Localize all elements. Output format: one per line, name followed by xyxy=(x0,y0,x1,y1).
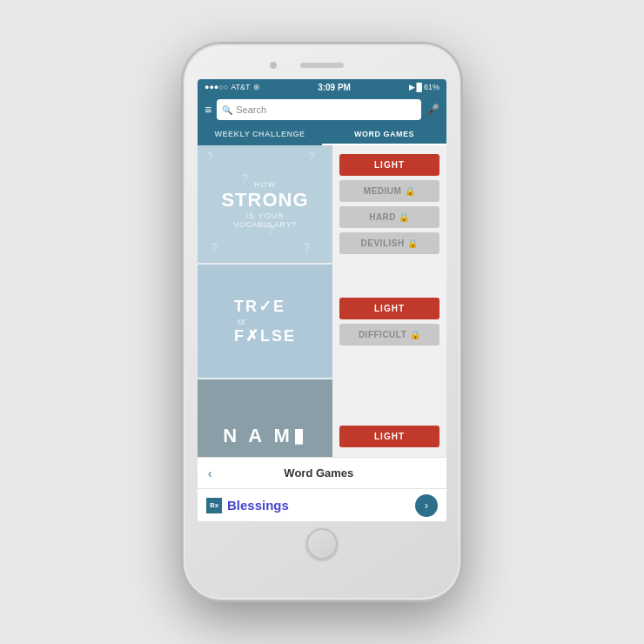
tof-false: F✗LSE xyxy=(234,326,296,345)
vocabulary-buttons: LIGHT MEDIUM 🔒 HARD 🔒 DEVILISH 🔒 xyxy=(332,145,446,263)
tab-weekly-challenge[interactable]: WEEKLY CHALLENGE xyxy=(198,124,322,145)
tab-word-games[interactable]: WORD GAMES xyxy=(322,124,446,145)
hamburger-menu[interactable]: ≡ xyxy=(205,103,211,117)
search-placeholder: Search xyxy=(236,104,266,115)
vocab-light-button[interactable]: LIGHT xyxy=(339,154,439,176)
vocabulary-image: ? ? ? ? ? ? HOW STRONG IS YOUR VOCABULAR… xyxy=(198,145,332,263)
game-card-name: N A M▮ LIGHT xyxy=(198,379,446,457)
name-text: N A M▮ xyxy=(223,425,307,447)
home-button[interactable] xyxy=(306,528,338,560)
search-icon: 🔍 xyxy=(222,105,232,115)
status-time: 3:09 PM xyxy=(318,83,351,92)
truefalse-image: TR✓E or F✗LSE xyxy=(198,265,332,378)
mic-icon[interactable]: 🎤 xyxy=(426,104,439,116)
vocab-how: HOW xyxy=(221,180,308,189)
battery-label: 61% xyxy=(424,83,439,91)
name-light-button[interactable]: LIGHT xyxy=(339,426,439,447)
name-buttons: LIGHT xyxy=(332,379,446,457)
content-area[interactable]: ? ? ? ? ? ? HOW STRONG IS YOUR VOCABULAR… xyxy=(198,145,446,457)
phone-bottom xyxy=(306,528,338,560)
phone-frame: ●●●○○ AT&T ⊛ 3:09 PM ▶ █ 61% ≡ 🔍 Search … xyxy=(183,44,461,600)
name-image: N A M▮ xyxy=(198,379,332,457)
game-card-truefalse: TR✓E or F✗LSE LIGHT DIFFICULT 🔒 xyxy=(198,265,446,378)
back-button[interactable]: ‹ xyxy=(208,466,212,480)
tabs-bar: WEEKLY CHALLENGE WORD GAMES xyxy=(198,124,446,145)
vocab-medium-button[interactable]: MEDIUM 🔒 xyxy=(339,180,439,202)
game-card-vocabulary: ? ? ? ? ? ? HOW STRONG IS YOUR VOCABULAR… xyxy=(198,145,446,263)
ad-arrow[interactable]: › xyxy=(415,494,438,517)
bottom-nav: ‹ Word Games xyxy=(198,457,446,488)
tof-true: TR✓E xyxy=(234,297,296,316)
status-left: ●●●○○ AT&T ⊛ xyxy=(205,83,260,91)
signal-icon: █ xyxy=(417,83,422,91)
status-right: ▶ █ 61% xyxy=(409,83,439,91)
nav-bar: ≡ 🔍 Search 🎤 xyxy=(198,95,446,124)
phone-screen: ●●●○○ AT&T ⊛ 3:09 PM ▶ █ 61% ≡ 🔍 Search … xyxy=(198,79,446,521)
signal-dots: ●●●○○ xyxy=(205,83,228,91)
truefalse-light-button[interactable]: LIGHT xyxy=(339,298,439,319)
wifi-icon: ⊛ xyxy=(253,83,260,91)
search-box[interactable]: 🔍 Search xyxy=(217,99,421,120)
phone-camera xyxy=(270,62,277,69)
bottom-nav-title: Word Games xyxy=(219,466,419,480)
ad-icon: Bx xyxy=(206,498,222,513)
truefalse-buttons: LIGHT DIFFICULT 🔒 xyxy=(332,265,446,378)
carrier-label: AT&T xyxy=(231,83,250,91)
ad-text: Blessings xyxy=(227,498,415,513)
vocab-vocab: VOCABULARY? xyxy=(221,220,308,229)
truefalse-text: TR✓E or F✗LSE xyxy=(234,297,296,345)
tof-or: or xyxy=(238,316,296,326)
vocab-strong: STRONG xyxy=(221,189,308,211)
phone-speaker xyxy=(300,63,344,68)
location-icon: ▶ xyxy=(409,83,415,91)
vocab-is: IS YOUR xyxy=(221,211,308,220)
status-bar: ●●●○○ AT&T ⊛ 3:09 PM ▶ █ 61% xyxy=(198,79,446,95)
vocabulary-text: HOW STRONG IS YOUR VOCABULARY? xyxy=(221,180,308,229)
truefalse-difficult-button[interactable]: DIFFICULT 🔒 xyxy=(339,324,439,345)
vocab-devilish-button[interactable]: DEVILISH 🔒 xyxy=(339,232,439,254)
ad-bar[interactable]: Bx Blessings › xyxy=(198,488,446,521)
phone-top-bar xyxy=(191,55,453,76)
vocab-hard-button[interactable]: HARD 🔒 xyxy=(339,206,439,228)
